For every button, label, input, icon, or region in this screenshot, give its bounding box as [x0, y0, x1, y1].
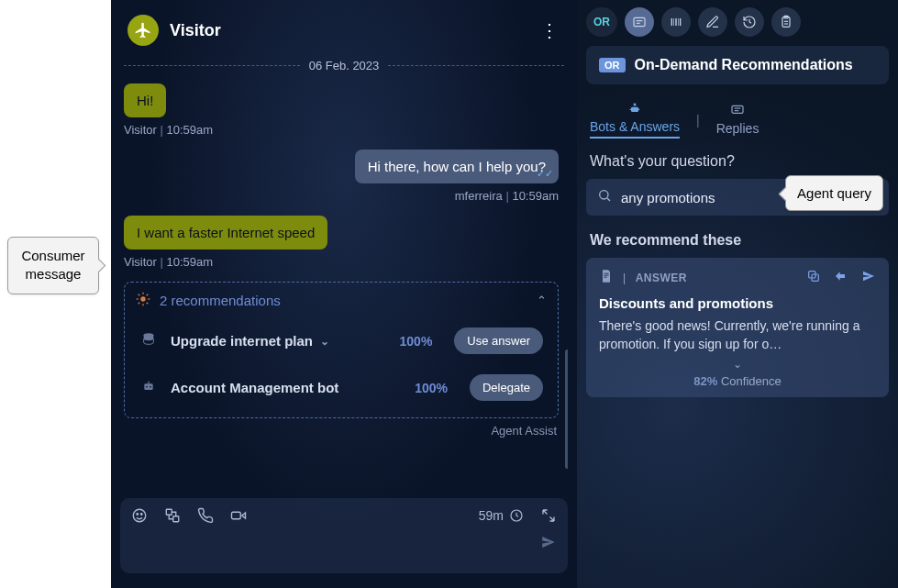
svg-line-3	[139, 294, 139, 295]
toolbar-card-icon[interactable]	[625, 7, 654, 37]
svg-rect-17	[166, 509, 172, 515]
svg-point-0	[140, 296, 145, 301]
callout-agent-query: Agent query	[785, 175, 883, 211]
agent-assist-label: Agent Assist	[120, 424, 557, 438]
expand-answer-icon[interactable]: ⌄	[599, 358, 876, 371]
chat-panel: Visitor 06 Feb. 2023 Hi! Visitor10:59am …	[111, 0, 577, 588]
document-icon	[599, 269, 614, 286]
svg-rect-42	[604, 273, 608, 274]
avatar	[127, 15, 159, 46]
kebab-menu-icon[interactable]	[538, 21, 560, 39]
clock-icon	[509, 508, 524, 523]
odr-header-card: OR On-Demand Recommendations	[586, 46, 889, 84]
recommendation-confidence: 100%	[415, 381, 448, 395]
plane-icon	[134, 21, 152, 39]
toolbar-barcode-icon[interactable]	[661, 7, 691, 37]
svg-rect-19	[232, 512, 241, 519]
copy-icon[interactable]	[806, 269, 821, 286]
conversation-area: Hi! Visitor10:59am Hi there, how can I h…	[120, 83, 568, 489]
svg-point-14	[133, 509, 146, 522]
timer: 59m	[479, 508, 524, 523]
bots-icon	[627, 101, 642, 116]
toolbar-history-icon[interactable]	[735, 7, 764, 37]
answer-title: Discounts and promotions	[599, 295, 876, 311]
svg-rect-43	[604, 275, 608, 276]
chevron-down-icon: ⌄	[320, 335, 329, 348]
replies-icon	[730, 103, 745, 117]
svg-point-11	[146, 385, 148, 387]
delegate-button[interactable]: Delegate	[470, 374, 543, 401]
odr-tabs: Bots & Answers | Replies	[590, 101, 885, 139]
recommendation-name[interactable]: Upgrade internet plan ⌄	[171, 333, 387, 349]
transfer-icon[interactable]	[164, 507, 181, 524]
svg-rect-27	[678, 18, 679, 26]
chevron-up-icon[interactable]: ⌃	[537, 294, 547, 307]
message-in: I want a faster Internet speed	[124, 216, 327, 250]
emoji-icon[interactable]	[131, 507, 148, 524]
insert-icon[interactable]	[834, 269, 848, 286]
svg-line-4	[147, 303, 148, 304]
odr-badge: OR	[599, 58, 626, 72]
toolbar-or-button[interactable]: OR	[586, 7, 617, 37]
svg-rect-44	[604, 277, 606, 278]
video-icon[interactable]	[230, 507, 247, 524]
composer: 59m	[120, 498, 568, 573]
svg-point-40	[600, 191, 608, 199]
scrollbar[interactable]	[565, 349, 568, 469]
message-out: Hi there, how can I help you? ✓✓	[355, 150, 559, 183]
tab-bots-answers[interactable]: Bots & Answers	[590, 101, 680, 139]
recommendation-confidence: 100%	[400, 334, 433, 349]
svg-rect-13	[148, 381, 149, 383]
svg-point-16	[141, 514, 143, 516]
svg-line-41	[607, 198, 610, 201]
message-meta: Visitor10:59am	[124, 123, 568, 137]
svg-line-8	[147, 294, 148, 295]
answer-type-label: ANSWER	[636, 272, 687, 284]
svg-rect-34	[634, 104, 637, 106]
recommendations-panel: 2 recommendations ⌃ Upgrade internet pla…	[124, 282, 559, 418]
answer-confidence: 82% Confidence	[599, 374, 876, 388]
svg-line-7	[139, 303, 139, 304]
tab-replies[interactable]: Replies	[716, 103, 759, 139]
read-receipts-icon: ✓✓	[537, 168, 553, 180]
date-divider: 06 Feb. 2023	[124, 59, 564, 72]
callout-consumer-message: Consumer message	[7, 237, 99, 294]
recommendations-icon	[136, 292, 150, 309]
database-icon	[139, 332, 158, 350]
message-in: Hi!	[124, 83, 166, 117]
message-meta: mferreira10:59am	[124, 189, 559, 203]
recommendations-count: 2 recommendations	[160, 293, 281, 308]
expand-icon[interactable]	[540, 507, 557, 524]
right-toolbar: OR	[586, 7, 889, 37]
recommendation-row: Account Management bot 100% Delegate	[136, 365, 547, 410]
toolbar-clipboard-icon[interactable]	[771, 7, 801, 37]
answer-card: | ANSWER Discounts and promotions There'…	[586, 258, 889, 397]
svg-rect-24	[671, 18, 672, 26]
chat-title: Visitor	[170, 21, 538, 40]
use-answer-button[interactable]: Use answer	[454, 327, 543, 354]
svg-rect-33	[631, 107, 638, 112]
send-icon[interactable]	[540, 534, 557, 555]
svg-rect-25	[673, 18, 674, 26]
right-panel: OR OR On-Demand Recommendations Bots & A…	[577, 0, 898, 588]
svg-point-12	[150, 385, 151, 387]
svg-rect-21	[634, 17, 645, 26]
phone-icon[interactable]	[197, 507, 214, 524]
svg-rect-37	[732, 105, 743, 113]
odr-title: On-Demand Recommendations	[635, 57, 853, 73]
send-answer-icon[interactable]	[861, 269, 876, 286]
recommendation-name[interactable]: Account Management bot	[171, 380, 402, 395]
query-search[interactable]: Agent query	[586, 179, 889, 216]
svg-rect-28	[680, 18, 681, 26]
svg-rect-10	[144, 383, 152, 390]
message-meta: Visitor10:59am	[124, 255, 568, 269]
search-icon	[597, 188, 612, 206]
recommendation-row: Upgrade internet plan ⌄ 100% Use answer	[136, 318, 547, 363]
question-label: What's your question?	[590, 153, 885, 170]
svg-point-15	[137, 514, 139, 516]
svg-rect-26	[675, 18, 676, 26]
toolbar-compose-icon[interactable]	[698, 7, 727, 37]
bot-icon	[139, 379, 158, 397]
chat-header: Visitor	[120, 9, 568, 53]
answer-body: There's good news! Currently, we're runn…	[599, 316, 876, 354]
